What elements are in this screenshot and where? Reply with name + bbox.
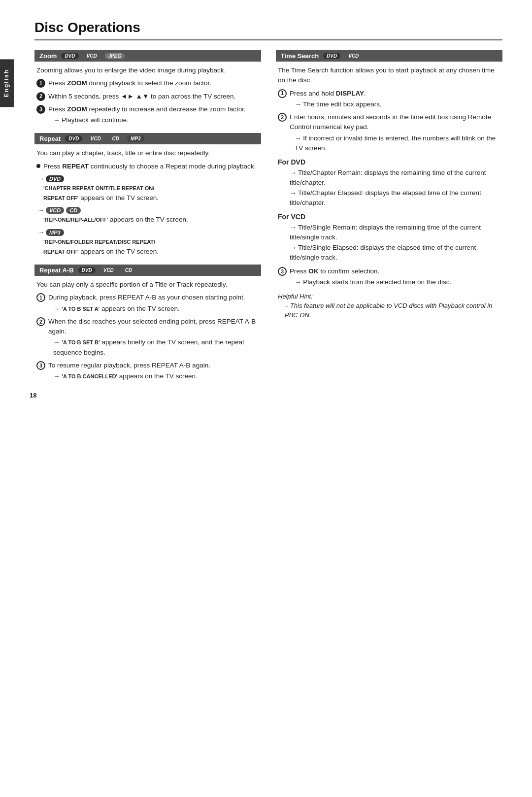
repeat-ab-step-2: 2 When the disc reaches your selected en… — [36, 317, 259, 358]
time-search-steps: 1 Press and hold DISPLAY. The time edit … — [278, 89, 500, 154]
repeat-cd-badge: CD — [66, 207, 81, 214]
repeat-ab-badge-vcd: VCD — [100, 267, 117, 273]
for-vcd-item-1: Title/Single Remain: displays the remain… — [290, 223, 500, 243]
repeat-body: You can play a chapter, track, title or … — [34, 148, 261, 257]
repeat-badge-mp3: MP3 — [127, 135, 144, 142]
time-search-step-1: 1 Press and hold DISPLAY. The time edit … — [278, 89, 500, 110]
zoom-step-3-content: Press ZOOM repeatedly to increase and de… — [48, 104, 259, 126]
repeat-vcd-cd-text: 'REP-ONE/REP-ALL/OFF' appears on the TV … — [43, 215, 259, 225]
left-column: Zoom DVD VCD JPEG Zooming allows you to … — [34, 50, 261, 389]
sidebar-english-label: English — [0, 59, 14, 107]
repeat-ab-step-2-content: When the disc reaches your selected endi… — [48, 317, 259, 358]
time-search-section: Time Search DVD VCD The Time Search func… — [276, 50, 502, 320]
zoom-section: Zoom DVD VCD JPEG Zooming allows you to … — [34, 50, 261, 125]
time-search-step-2-num: 2 — [278, 113, 287, 122]
for-vcd-heading: For VCD — [278, 213, 500, 221]
zoom-step-1-num: 1 — [36, 79, 45, 88]
repeat-mp3-arrow: MP3 — [38, 229, 259, 236]
for-vcd-items: Title/Single Remain: displays the remain… — [285, 223, 500, 263]
repeat-step-bullet: Press REPEAT continuously to choose a Re… — [36, 162, 259, 171]
repeat-ab-step-2-hint: 'A TO B SET B' appears briefly on the TV… — [53, 337, 259, 358]
zoom-step-2-content: Within 5 seconds, press ◄► ▲▼ to pan acr… — [48, 92, 259, 101]
time-search-step-2-content: Enter hours, minutes and seconds in the … — [290, 112, 500, 153]
page-number: 18 — [30, 392, 36, 399]
helpful-hint: Helpful Hint: – This feature will not be… — [278, 293, 500, 320]
time-search-step-1-num: 1 — [278, 89, 287, 98]
repeat-badge-dvd: DVD — [65, 135, 82, 142]
zoom-badge-vcd: VCD — [83, 53, 100, 59]
repeat-badge-vcd: VCD — [87, 135, 104, 142]
time-search-badge-vcd: VCD — [345, 53, 362, 59]
time-search-step-1-content: Press and hold DISPLAY. The time edit bo… — [290, 89, 500, 110]
repeat-ab-intro: You can play only a specific portion of … — [36, 280, 259, 290]
time-search-step3-list: 3 Press OK to confirm selection. Playbac… — [278, 266, 500, 288]
time-search-step-3-num: 3 — [278, 267, 287, 276]
repeat-ab-steps: 1 During playback, press REPEAT A-B as y… — [36, 293, 259, 381]
zoom-step-3-hint: Playback will continue. — [53, 115, 259, 125]
repeat-ab-step-3-content: To resume regular playback, press REPEAT… — [48, 361, 259, 382]
time-search-step-3-content: Press OK to confirm selection. Playback … — [290, 266, 500, 288]
repeat-ab-header-label: Repeat A-B — [39, 266, 74, 274]
repeat-mp3-badge: MP3 — [46, 229, 64, 236]
zoom-badge-dvd: DVD — [61, 53, 78, 59]
time-search-header-label: Time Search — [281, 52, 319, 60]
repeat-badge-cd: CD — [109, 135, 123, 142]
time-search-step-2: 2 Enter hours, minutes and seconds in th… — [278, 112, 500, 153]
right-column: Time Search DVD VCD The Time Search func… — [276, 50, 502, 389]
zoom-badge-jpeg: JPEG — [105, 53, 125, 59]
columns: Zoom DVD VCD JPEG Zooming allows you to … — [34, 50, 502, 389]
zoom-step-1: 1 Press ZOOM during playback to select t… — [36, 78, 259, 88]
repeat-ab-step-2-num: 2 — [36, 317, 45, 326]
repeat-ab-step-1-hint: 'A TO B SET A' appears on the TV screen. — [53, 304, 259, 314]
repeat-dvd-badge: DVD — [46, 175, 64, 182]
repeat-header-label: Repeat — [39, 135, 61, 142]
repeat-ab-body: You can play only a specific portion of … — [34, 280, 261, 381]
zoom-step-3-num: 3 — [36, 105, 45, 114]
repeat-ab-step-1-content: During playback, press REPEAT A-B as you… — [48, 293, 259, 314]
repeat-ab-header: Repeat A-B DVD VCD CD — [34, 265, 261, 276]
repeat-bullet-icon — [36, 164, 40, 168]
time-search-body: The Time Search function allows you to s… — [276, 66, 502, 320]
repeat-ab-section: Repeat A-B DVD VCD CD You can play only … — [34, 265, 261, 381]
repeat-ab-step-1: 1 During playback, press REPEAT A-B as y… — [36, 293, 259, 314]
repeat-ab-step-1-num: 1 — [36, 293, 45, 302]
repeat-ab-step-3-hint: 'A TO B CANCELLED' appears on the TV scr… — [53, 371, 259, 381]
for-dvd-item-2: Title/Chapter Elapsed: displays the elap… — [290, 188, 500, 208]
zoom-step-3: 3 Press ZOOM repeatedly to increase and … — [36, 104, 259, 126]
zoom-body: Zooming allows you to enlarge the video … — [34, 66, 261, 125]
for-dvd-item-1: Title/Chapter Remain: displays the remai… — [290, 168, 500, 188]
page-title: Disc Operations — [34, 20, 502, 40]
repeat-ab-step-3-num: 3 — [36, 361, 45, 370]
time-search-step-3: 3 Press OK to confirm selection. Playbac… — [278, 266, 500, 288]
for-vcd-item-2: Title/Single Elapsed: displays the elaps… — [290, 243, 500, 263]
time-search-step-3-hint: Playback starts from the selected time o… — [295, 277, 500, 287]
zoom-steps: 1 Press ZOOM during playback to select t… — [36, 78, 259, 125]
zoom-step-2: 2 Within 5 seconds, press ◄► ▲▼ to pan a… — [36, 92, 259, 101]
repeat-ab-badge-dvd: DVD — [78, 267, 96, 273]
zoom-step-2-num: 2 — [36, 92, 45, 101]
zoom-step-1-content: Press ZOOM during playback to select the… — [48, 78, 259, 88]
page: English Disc Operations Zoom DVD VCD JPE… — [0, 0, 532, 409]
repeat-mp3-text: 'REP-ONE/FOLDER REPEAT/DISC REPEAT/REPEA… — [43, 237, 259, 257]
helpful-hint-body: – This feature will not be applicable to… — [285, 301, 500, 320]
repeat-dvd-text: 'CHAPTER REPEAT ON/TITLE REPEAT ON/REPEA… — [43, 183, 259, 203]
repeat-vcd-badge: VCD — [46, 207, 64, 214]
repeat-vcd-cd-arrow: VCD CD — [38, 207, 259, 214]
for-dvd-items: Title/Chapter Remain: displays the remai… — [285, 168, 500, 208]
zoom-header-label: Zoom — [39, 52, 57, 60]
zoom-intro: Zooming allows you to enlarge the video … — [36, 66, 259, 75]
time-search-header: Time Search DVD VCD — [276, 50, 502, 62]
time-search-intro: The Time Search function allows you to s… — [278, 66, 500, 86]
repeat-ab-badge-cd: CD — [122, 267, 135, 273]
repeat-dvd-arrow: DVD — [38, 175, 259, 182]
repeat-header: Repeat DVD VCD CD MP3 — [34, 133, 261, 144]
for-dvd-heading: For DVD — [278, 158, 500, 166]
zoom-header: Zoom DVD VCD JPEG — [34, 50, 261, 62]
time-search-badge-dvd: DVD — [323, 53, 340, 59]
time-search-step-1-hint: The time edit box appears. — [295, 100, 500, 109]
time-search-step-2-hint: If incorrect or invalid time is entered,… — [295, 133, 500, 154]
helpful-hint-title: Helpful Hint: — [278, 293, 500, 300]
repeat-intro: You can play a chapter, track, title or … — [36, 148, 259, 158]
repeat-section: Repeat DVD VCD CD MP3 You can play a cha… — [34, 133, 261, 257]
repeat-ab-step-3: 3 To resume regular playback, press REPE… — [36, 361, 259, 382]
